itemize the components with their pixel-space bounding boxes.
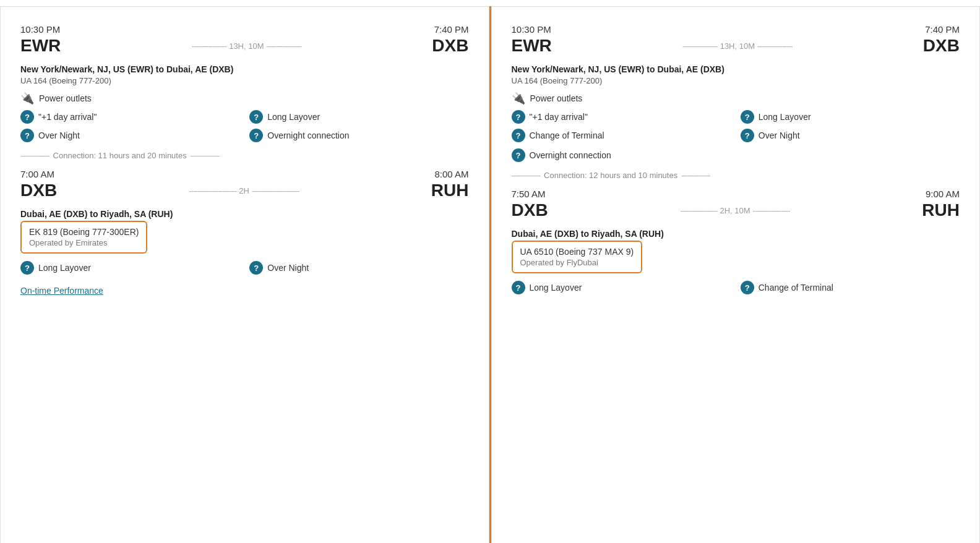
- tag-label-right-1: Long Layover: [759, 112, 811, 122]
- flight2-arrive-time-right: 9:00 AM: [926, 189, 960, 199]
- page-container: 10:30 PM 7:40 PM EWR ----------------- 1…: [0, 6, 980, 543]
- flight1-airports-left: EWR ----------------- 13H, 10M ---------…: [20, 36, 469, 56]
- tag-left-1: ? Long Layover: [249, 110, 468, 124]
- tag-label-right-2: Change of Terminal: [530, 130, 604, 140]
- q-badge2-left-1: ?: [249, 261, 263, 275]
- flight2-highlight-box-right: UA 6510 (Boeing 737 MAX 9) Operated by F…: [512, 241, 643, 273]
- flight1-dur-label-right: 13H, 10M: [720, 41, 755, 51]
- on-time-link-left[interactable]: On-time Performance: [20, 286, 103, 296]
- power-icon-left: 🔌: [20, 92, 34, 105]
- connection-bar-left: -------------- Connection: 11 hours and …: [20, 151, 469, 160]
- flight2-operated-left: Operated by Emirates: [29, 238, 139, 247]
- flight2-route-left: Dubai, AE (DXB) to Riyadh, SA (RUH): [20, 209, 469, 219]
- q-badge-left-1: ?: [249, 110, 263, 124]
- flight2-header-left: 7:00 AM 8:00 AM: [20, 169, 469, 179]
- tag-label-left-0: "+1 day arrival": [38, 112, 97, 122]
- q-badge-left-2: ?: [20, 129, 34, 142]
- tag-right-2: ? Change of Terminal: [512, 129, 731, 142]
- flight2-dest-left: RUH: [431, 181, 469, 200]
- tag-label-left-3: Overnight connection: [267, 130, 349, 140]
- flight1-origin-right: EWR: [512, 36, 552, 56]
- q-badge-right-3: ?: [741, 129, 754, 142]
- q-badge-left-0: ?: [20, 110, 34, 124]
- tag-left-2: ? Over Night: [20, 129, 239, 142]
- flight2-highlight-box-left: EK 819 (Boeing 777-300ER) Operated by Em…: [20, 221, 147, 254]
- flight1-route-right: New York/Newark, NJ, US (EWR) to Dubai, …: [512, 64, 960, 74]
- flight2-origin-left: DXB: [20, 181, 57, 200]
- flight2-dur-label-right: 2H, 10M: [720, 206, 750, 215]
- q-badge-right-single: ?: [512, 148, 525, 162]
- tag-label-left-1: Long Layover: [267, 112, 320, 122]
- tag2-right-0: ? Long Layover: [512, 281, 731, 294]
- power-label-left: Power outlets: [39, 93, 92, 103]
- flight1-airports-right: EWR ----------------- 13H, 10M ---------…: [512, 36, 960, 56]
- flight1-dest-right: DXB: [923, 36, 960, 56]
- flight2-route-right: Dubai, AE (DXB) to Riyadh, SA (RUH): [512, 229, 960, 239]
- flight1-header-right: 10:30 PM 7:40 PM: [512, 24, 960, 35]
- tag-right-0: ? "+1 day arrival": [512, 110, 731, 124]
- flight1-origin-left: EWR: [20, 36, 61, 56]
- tag2-label-right-1: Change of Terminal: [759, 283, 833, 293]
- flight2-header-right: 7:50 AM 9:00 AM: [512, 189, 960, 199]
- flight2-duration-left: ----------------------- 2H -------------…: [189, 186, 299, 195]
- flight1-depart-time-right: 10:30 PM: [512, 24, 551, 35]
- q-badge2-left-0: ?: [20, 261, 34, 275]
- flight2-tags-right: ? Long Layover ? Change of Terminal: [512, 281, 960, 294]
- connection-bar-right: -------------- Connection: 12 hours and …: [512, 171, 960, 180]
- flight1-tags-left: ? "+1 day arrival" ? Long Layover ? Over…: [20, 110, 469, 142]
- tag2-label-right-0: Long Layover: [530, 283, 582, 293]
- flight1-header-left: 10:30 PM 7:40 PM: [20, 24, 469, 35]
- q-badge2-right-0: ?: [512, 281, 525, 294]
- flight-card-left: 10:30 PM 7:40 PM EWR ----------------- 1…: [0, 6, 489, 543]
- q-badge-right-2: ?: [512, 129, 525, 142]
- flight2-operated-right: Operated by FlyDubai: [520, 258, 634, 267]
- tag2-label-left-1: Over Night: [267, 263, 309, 273]
- flight2-airports-right: DXB ------------------ 2H, 10M ---------…: [512, 200, 960, 220]
- flight1-amenity-left: 🔌 Power outlets: [20, 92, 469, 105]
- tag2-left-1: ? Over Night: [249, 261, 468, 275]
- flight1-arrive-time-left: 7:40 PM: [434, 24, 469, 35]
- flight1-route-left: New York/Newark, NJ, US (EWR) to Dubai, …: [20, 64, 469, 74]
- tag-right-1: ? Long Layover: [741, 110, 960, 124]
- q-badge-right-0: ?: [512, 110, 525, 124]
- flight-card-right: 10:30 PM 7:40 PM EWR ----------------- 1…: [491, 6, 981, 543]
- connection-text-right: Connection: 12 hours and 10 minutes: [544, 171, 677, 180]
- connection-text-left: Connection: 11 hours and 20 minutes: [53, 151, 187, 160]
- flight2-number-left: EK 819 (Boeing 777-300ER): [29, 227, 139, 237]
- flight1-number-left: UA 164 (Boeing 777-200): [20, 76, 469, 85]
- flight2-depart-time-left: 7:00 AM: [20, 169, 54, 179]
- tag-left-0: ? "+1 day arrival": [20, 110, 239, 124]
- q-badge-left-3: ?: [249, 129, 263, 142]
- flight2-depart-time-right: 7:50 AM: [512, 189, 546, 199]
- q-badge2-right-1: ?: [741, 281, 754, 294]
- flight2-dur-label-left: 2H: [239, 186, 249, 195]
- flight1-dur-label-left: 13H, 10M: [229, 41, 264, 51]
- flight1-depart-time-left: 10:30 PM: [20, 24, 60, 35]
- tag2-left-0: ? Long Layover: [20, 261, 239, 275]
- tag-label-left-2: Over Night: [38, 130, 80, 140]
- flight1-amenity-right: 🔌 Power outlets: [512, 92, 960, 105]
- flight2-tags-left: ? Long Layover ? Over Night: [20, 261, 469, 275]
- tag-right-3: ? Over Night: [741, 129, 960, 142]
- tag-label-right-single: Overnight connection: [530, 150, 611, 160]
- flight1-arrive-time-right: 7:40 PM: [925, 24, 960, 35]
- tag2-right-1: ? Change of Terminal: [741, 281, 960, 294]
- flight1-tags-right: ? "+1 day arrival" ? Long Layover ? Chan…: [512, 110, 960, 142]
- tag-label-right-0: "+1 day arrival": [530, 112, 588, 122]
- power-label-right: Power outlets: [530, 93, 583, 103]
- flight2-airports-left: DXB ----------------------- 2H ---------…: [20, 181, 469, 200]
- flight1-number-right: UA 164 (Boeing 777-200): [512, 76, 960, 85]
- flight2-number-right: UA 6510 (Boeing 737 MAX 9): [520, 247, 634, 257]
- flight2-origin-right: DXB: [512, 200, 548, 220]
- flight1-dest-left: DXB: [432, 36, 468, 56]
- tag-label-right-3: Over Night: [759, 130, 800, 140]
- power-icon-right: 🔌: [512, 92, 525, 105]
- q-badge-right-1: ?: [741, 110, 754, 124]
- flight1-tags-single-right: ? Overnight connection: [512, 148, 960, 162]
- flight2-duration-right: ------------------ 2H, 10M -------------…: [680, 206, 789, 215]
- tag2-label-left-0: Long Layover: [38, 263, 91, 273]
- flight2-arrive-time-left: 8:00 AM: [434, 169, 468, 179]
- tag-left-3: ? Overnight connection: [249, 129, 468, 142]
- flight1-duration-left: ----------------- 13H, 10M -------------…: [192, 41, 302, 51]
- flight1-duration-right: ----------------- 13H, 10M -------------…: [682, 41, 793, 51]
